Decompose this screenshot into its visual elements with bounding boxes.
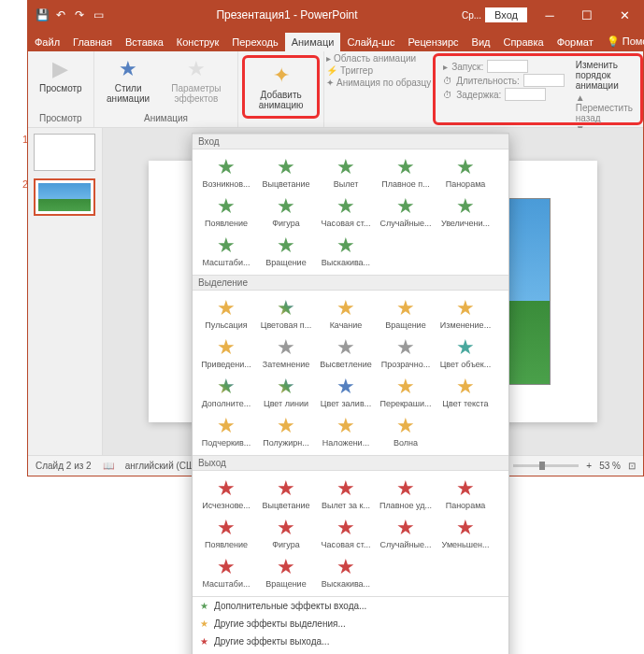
animation-effect-item[interactable]: ★Прозрачно... — [376, 334, 436, 373]
move-back-button[interactable]: ▲ Переместить назад — [576, 92, 633, 123]
zoom-in-button[interactable]: + — [586, 461, 592, 471]
delay-input[interactable] — [505, 88, 546, 101]
minimize-button[interactable]: ─ — [531, 1, 568, 29]
animation-effect-item[interactable]: ★Перекраши... — [376, 373, 436, 412]
slide-thumb-2[interactable] — [34, 178, 95, 216]
animation-effect-item[interactable]: ★Фигура — [256, 514, 316, 553]
reorder-group: Изменить порядок анимации ▲ Переместить … — [570, 58, 638, 121]
animation-effect-item[interactable]: ★Изменение... — [436, 294, 495, 334]
effect-label: Часовая ст... — [318, 540, 374, 549]
slideshow-icon[interactable]: ▭ — [92, 8, 105, 21]
animation-effect-item[interactable]: ★Высветление — [316, 334, 376, 373]
animation-pane-button[interactable]: ▸ Область анимации — [326, 53, 431, 64]
more-emphasis-effects[interactable]: ★Другие эффекты выделения... — [193, 615, 508, 633]
animation-effect-item[interactable]: ★Появление — [196, 514, 256, 553]
tab-view[interactable]: Вид — [465, 33, 497, 51]
animation-effect-item[interactable]: ★Выскакива... — [316, 232, 376, 271]
effect-label: Случайные... — [378, 219, 434, 228]
animation-effect-item[interactable]: ★Волна — [376, 412, 436, 451]
animation-effect-item[interactable]: ★Наложени... — [316, 412, 376, 451]
play-icon: ▶ — [52, 57, 68, 81]
animation-effect-item[interactable]: ★Вращение — [376, 294, 436, 334]
tab-slideshow[interactable]: Слайд-шс — [340, 33, 401, 51]
animation-effect-item[interactable]: ★Плавное уд... — [376, 475, 436, 514]
add-animation-button[interactable]: ✦ Добавить анимацию — [247, 60, 315, 114]
animation-effect-item[interactable]: ★Цвет линии — [256, 373, 316, 412]
more-exit-effects[interactable]: ★Другие эффекты выхода... — [193, 633, 508, 650]
animation-effect-item[interactable]: ★Масштаби... — [196, 553, 256, 592]
tab-home[interactable]: Главная — [66, 33, 119, 51]
slide-thumb-1[interactable] — [34, 134, 95, 171]
tab-transitions[interactable]: Переходь — [225, 33, 284, 51]
maximize-button[interactable]: ☐ — [568, 1, 606, 29]
star-icon: ★ — [217, 157, 236, 178]
animation-effect-item[interactable]: ★Цвет объек... — [436, 334, 495, 373]
effect-label: Подчеркив... — [198, 438, 254, 448]
more-entrance-effects[interactable]: ★Дополнительные эффекты входа... — [193, 597, 508, 615]
animation-effect-item[interactable]: ★Полужирн... — [256, 412, 316, 451]
animation-effect-item[interactable]: ★Выскакива... — [316, 553, 376, 592]
animation-effect-item[interactable]: ★Уменьшен... — [436, 514, 495, 553]
tab-tellme[interactable]: 💡 Помощн — [600, 32, 644, 51]
animation-effect-item[interactable]: ★Выцветание — [256, 475, 316, 514]
animation-effect-item[interactable]: ★Приведени... — [196, 334, 256, 373]
zoom-level[interactable]: 53 % — [599, 461, 621, 471]
effect-options-button[interactable]: ★ Параметры эффектов — [158, 53, 234, 107]
animation-effect-item[interactable]: ★Вращение — [256, 232, 316, 271]
search-hint[interactable]: Ср... — [462, 10, 481, 21]
animation-effect-item[interactable]: ★Появление — [196, 192, 256, 232]
star-icon: ★ — [456, 478, 475, 499]
animation-effect-item[interactable]: ★Часовая ст... — [316, 514, 376, 553]
animation-styles-button[interactable]: ★ Стили анимации — [98, 53, 159, 107]
effect-label: Наложени... — [318, 438, 374, 448]
animation-effect-item[interactable]: ★Панорама — [436, 475, 495, 514]
save-icon[interactable]: 💾 — [36, 8, 49, 21]
start-input[interactable] — [487, 60, 528, 73]
animation-effect-item[interactable]: ★Цвет залив... — [316, 373, 376, 412]
tab-insert[interactable]: Вставка — [119, 33, 170, 51]
effect-label: Часовая ст... — [318, 219, 374, 228]
zoom-slider[interactable] — [513, 464, 579, 467]
animation-effect-item[interactable]: ★Вылет за к... — [316, 475, 376, 514]
spellcheck-icon[interactable]: 📖 — [103, 461, 114, 471]
star-icon: ★ — [336, 557, 355, 577]
animation-effect-item[interactable]: ★Случайные... — [376, 514, 436, 553]
animation-effect-item[interactable]: ★Плавное п... — [376, 153, 436, 192]
animation-effect-item[interactable]: ★Вылет — [316, 153, 376, 192]
fit-button[interactable]: ⊡ — [628, 461, 636, 471]
animation-effect-item[interactable]: ★Затемнение — [256, 334, 316, 373]
animation-effect-item[interactable]: ★Цветовая п... — [256, 294, 316, 334]
signin-button[interactable]: Вход — [485, 7, 527, 22]
star-icon: ★ — [277, 416, 295, 436]
trigger-button[interactable]: ⚡ Триггер — [326, 65, 431, 76]
animation-effect-item[interactable]: ★Качание — [316, 294, 376, 334]
undo-icon[interactable]: ↶ — [54, 8, 67, 21]
close-button[interactable]: ✕ — [606, 1, 643, 29]
animation-effect-item[interactable]: ★Фигура — [256, 192, 316, 232]
animation-effect-item[interactable]: ★Подчеркив... — [196, 412, 256, 451]
tab-review[interactable]: Рецензирс — [401, 33, 465, 51]
tab-file[interactable]: Файл — [28, 33, 66, 51]
animation-painter-button[interactable]: ✦ Анимация по образцу — [326, 78, 431, 88]
more-motion-paths[interactable]: ☆Другие пути перемещения... — [193, 650, 508, 654]
animation-effect-item[interactable]: ★Дополните... — [196, 373, 256, 412]
tab-format[interactable]: Формат — [551, 33, 600, 51]
animation-effect-item[interactable]: ★Возникнов... — [196, 153, 256, 192]
animation-effect-item[interactable]: ★Масштаби... — [196, 232, 256, 271]
animation-effect-item[interactable]: ★Выцветание — [256, 153, 316, 192]
animation-effect-item[interactable]: ★Часовая ст... — [316, 192, 376, 232]
animation-effect-item[interactable]: ★Исчезнове... — [196, 475, 256, 514]
animation-effect-item[interactable]: ★Панорама — [436, 153, 495, 192]
preview-button[interactable]: ▶ Просмотр — [32, 53, 90, 97]
animation-effect-item[interactable]: ★Вращение — [256, 553, 316, 592]
animation-effect-item[interactable]: ★Пульсация — [196, 294, 256, 334]
animation-effect-item[interactable]: ★Увеличени... — [436, 192, 495, 232]
animation-effect-item[interactable]: ★Цвет текста — [436, 373, 495, 412]
tab-design[interactable]: Конструк — [170, 33, 225, 51]
effect-label: Уменьшен... — [437, 540, 494, 549]
duration-input[interactable] — [523, 74, 565, 87]
animation-effect-item[interactable]: ★Случайные... — [376, 192, 436, 232]
redo-icon[interactable]: ↷ — [73, 8, 86, 21]
tab-help[interactable]: Справка — [496, 33, 550, 51]
tab-animations[interactable]: Анимаци — [285, 33, 341, 51]
